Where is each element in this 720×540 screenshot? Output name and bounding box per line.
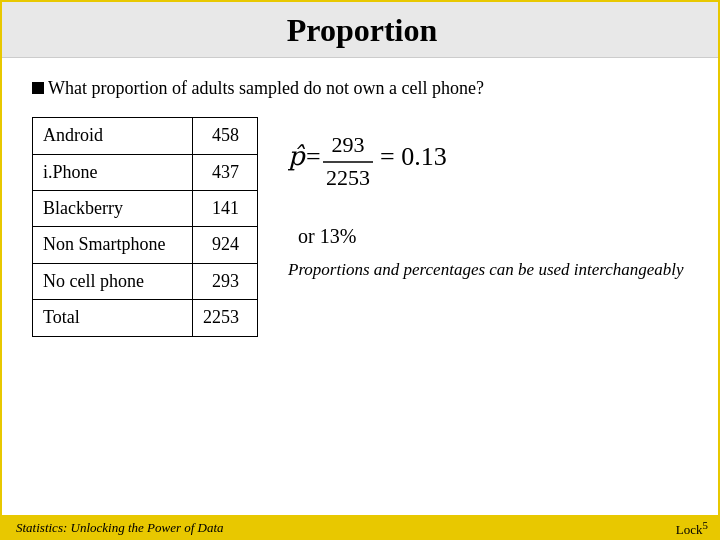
bullet-icon [32, 82, 44, 94]
table-row: Android458 [33, 118, 258, 154]
table-cell-value: 437 [193, 154, 258, 190]
svg-text:=: = [306, 142, 321, 171]
svg-text:293: 293 [332, 132, 365, 157]
table-row: Blackberry141 [33, 190, 258, 226]
table-cell-value: 924 [193, 227, 258, 263]
footer-right: Lock5 [676, 519, 708, 538]
formula-area: p̂ = 293 2253 = 0.13 [288, 127, 692, 197]
table-cell-label: Blackberry [33, 190, 193, 226]
table-section: Android458i.Phone437Blackberry141Non Sma… [32, 117, 258, 504]
or-13-label: or 13% [298, 225, 692, 248]
content-row: Android458i.Phone437Blackberry141Non Sma… [32, 117, 692, 504]
table-cell-value: 293 [193, 263, 258, 299]
question-text: What proportion of adults sampled do not… [32, 76, 692, 101]
footer: Statistics: Unlocking the Power of Data … [2, 515, 720, 540]
data-table: Android458i.Phone437Blackberry141Non Sma… [32, 117, 258, 336]
main-content: What proportion of adults sampled do not… [2, 58, 720, 515]
table-cell-value: 2253 [193, 300, 258, 336]
right-section: p̂ = 293 2253 = 0.13 or 13% Proporti [288, 117, 692, 504]
table-row: Total2253 [33, 300, 258, 336]
svg-text:p̂: p̂ [288, 142, 306, 171]
note-text: Proportions and percentages can be used … [288, 258, 692, 282]
table-cell-label: No cell phone [33, 263, 193, 299]
formula-svg: p̂ = 293 2253 = 0.13 [288, 127, 518, 197]
table-cell-label: Total [33, 300, 193, 336]
svg-text:2253: 2253 [326, 165, 370, 190]
table-cell-label: Android [33, 118, 193, 154]
table-row: No cell phone293 [33, 263, 258, 299]
page-wrapper: Proportion What proportion of adults sam… [2, 2, 720, 540]
svg-text:= 0.13: = 0.13 [380, 142, 447, 171]
table-row: Non Smartphone924 [33, 227, 258, 263]
table-cell-value: 141 [193, 190, 258, 226]
title-bar: Proportion [2, 2, 720, 58]
table-row: i.Phone437 [33, 154, 258, 190]
table-cell-value: 458 [193, 118, 258, 154]
footer-left: Statistics: Unlocking the Power of Data [16, 520, 224, 536]
table-cell-label: Non Smartphone [33, 227, 193, 263]
page-title: Proportion [287, 12, 438, 48]
table-cell-label: i.Phone [33, 154, 193, 190]
